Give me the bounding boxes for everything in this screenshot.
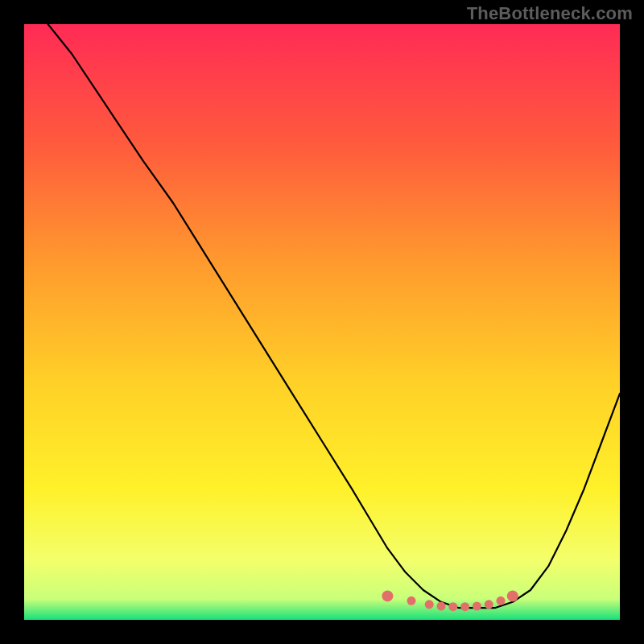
- curve-layer: [24, 24, 620, 620]
- marker-dot: [460, 602, 469, 611]
- marker-dot: [437, 602, 446, 611]
- marker-dot: [382, 590, 393, 601]
- bottleneck-curve: [48, 24, 620, 608]
- chart-frame: TheBottleneck.com: [0, 0, 644, 644]
- marker-dot: [507, 590, 518, 601]
- plot-area: [24, 24, 620, 620]
- highlight-markers: [382, 590, 518, 611]
- marker-dot: [473, 602, 481, 611]
- marker-dot: [407, 597, 416, 605]
- marker-dot: [448, 602, 457, 611]
- marker-dot: [497, 597, 506, 605]
- marker-dot: [485, 600, 493, 609]
- marker-dot: [425, 600, 434, 609]
- watermark-text: TheBottleneck.com: [467, 3, 633, 24]
